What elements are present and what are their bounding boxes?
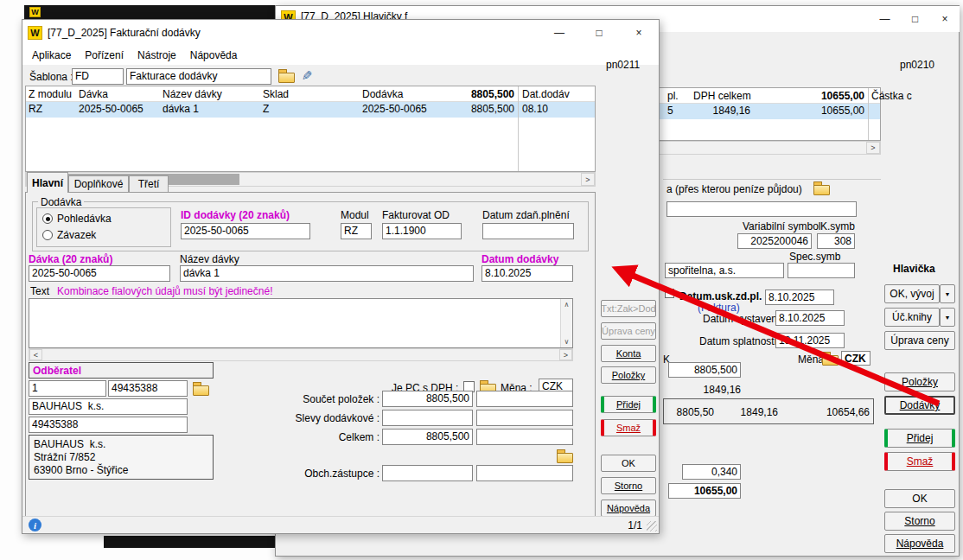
scroll-right-button[interactable]: > — [581, 173, 595, 186]
radio-zavazek[interactable]: Závazek — [42, 229, 96, 241]
txt-zak-dod-button[interactable]: Txt:Zak>Dod — [601, 300, 656, 317]
spec-symb-field[interactable] — [788, 263, 855, 278]
polozky-button[interactable]: Položky — [601, 366, 656, 384]
napoveda-button[interactable]: Nápověda — [601, 500, 656, 517]
selected-row[interactable]: RZ 2025-50-0065 dávka 1 Z 2025-50-0065 8… — [26, 102, 595, 118]
fakturovat-od-label: Fakturovat OD — [382, 210, 450, 221]
datum-usk-field[interactable]: 8.10.2025 — [765, 290, 834, 305]
id-dodavky-field[interactable]: 2025-50-0065 — [181, 223, 310, 239]
bank-account-field[interactable] — [666, 201, 857, 217]
mena-label: Měna — [798, 354, 824, 366]
pridej-button[interactable]: Přidej — [884, 429, 955, 448]
celkem-field-2[interactable] — [476, 429, 573, 445]
storno-button[interactable]: Storno — [601, 477, 656, 494]
ok-vyvoj-button[interactable]: OK, vývoj — [884, 284, 940, 303]
slevy-field[interactable] — [382, 410, 473, 426]
var-symbol-field[interactable]: 2025200046 — [737, 233, 812, 249]
checkbox[interactable] — [665, 289, 674, 298]
odberatel-name-field[interactable]: BAUHAUS k.s. — [29, 398, 188, 415]
zaklad-field[interactable]: 8805,500 — [668, 362, 741, 378]
ok-button[interactable]: OK — [884, 489, 955, 508]
fakturovat-od-field[interactable]: 1.1.1900 — [382, 223, 462, 239]
uc-knihy-button[interactable]: Úč.knihy — [884, 308, 940, 327]
k-symb-field[interactable]: 308 — [817, 233, 855, 249]
close-button[interactable]: × — [930, 6, 960, 32]
pridej-button[interactable]: Přidej — [601, 396, 656, 413]
celkem-field[interactable]: 10655,00 — [668, 483, 741, 499]
smaz-button[interactable]: Smaž — [884, 452, 955, 471]
uc-knihy-dropdown[interactable]: ▼ — [940, 308, 955, 327]
menu-porizeni[interactable]: Pořízení — [78, 49, 131, 61]
uprava-ceny-button[interactable]: Úprava ceny — [884, 331, 955, 350]
tab-treti[interactable]: Třetí — [129, 175, 169, 193]
dodavky-grid[interactable]: Z modulu Dávka Název dávky Sklad Dodávka… — [25, 86, 596, 172]
datum-vystaveni-field[interactable]: 8.10.2025 — [775, 310, 845, 326]
odberatel-ico-field[interactable]: 49435388 — [108, 380, 188, 397]
konta-button[interactable]: Konta — [601, 345, 656, 362]
folder-icon[interactable] — [278, 69, 294, 81]
maximize-button[interactable]: □ — [579, 20, 619, 46]
slevy-label: Slevy dodávkové : — [286, 413, 379, 424]
folder-icon[interactable] — [193, 382, 208, 394]
sablona-code-field[interactable]: FD — [72, 68, 124, 85]
tab-hlavni[interactable]: Hlavní — [27, 172, 68, 193]
napoveda-button[interactable]: Nápověda — [884, 534, 955, 553]
smaz-button[interactable]: Smaž — [601, 419, 656, 436]
resize-grip[interactable] — [647, 521, 657, 531]
grid-header-cell: Dávka — [79, 89, 108, 100]
bank-name-field[interactable]: spořitelna, a.s. — [665, 263, 784, 278]
modul-field[interactable]: RZ — [341, 223, 372, 239]
scroll-down-icon[interactable]: ∨ — [564, 338, 570, 346]
minimize-button[interactable]: — — [539, 20, 579, 46]
tab-doplnkove[interactable]: Doplňkové — [68, 175, 129, 193]
radio-pohledavka[interactable]: Pohledávka — [42, 213, 112, 225]
odberatel-code-field[interactable]: 1 — [29, 380, 106, 397]
menu-aplikace[interactable]: Aplikace — [25, 49, 78, 61]
nazev-davky-field[interactable]: dávka 1 — [180, 265, 474, 282]
cell: 10655,00 — [795, 105, 864, 117]
bank-account-caption: a (přes kterou peníze půjdou) — [666, 184, 802, 195]
odberatel-ico2-field[interactable]: 49435388 — [29, 417, 188, 433]
menu-nastroje[interactable]: Nástroje — [131, 49, 183, 61]
menu-napoveda[interactable]: Nápověda — [183, 49, 245, 61]
obch-zastupce-field-2[interactable] — [476, 465, 573, 481]
mena-field[interactable]: CZK — [841, 351, 871, 366]
scroll-up-icon[interactable]: ∧ — [564, 301, 570, 309]
folder-icon[interactable] — [813, 181, 829, 194]
datum-zdan-field[interactable] — [482, 223, 574, 239]
obch-zastupce-field[interactable] — [382, 465, 473, 481]
dodavky-button[interactable]: Dodávky — [884, 396, 955, 415]
scroll-left-button[interactable]: < — [29, 349, 42, 360]
celkem-field[interactable]: 8805,500 — [382, 429, 473, 445]
radio-icon — [42, 230, 53, 240]
datum-dodavky-field[interactable]: 8.10.2025 — [482, 265, 573, 282]
pencil-icon[interactable]: ✎ — [302, 69, 313, 82]
sablona-name-field[interactable]: Fakturace dodávky — [126, 68, 271, 85]
maximize-button[interactable]: □ — [900, 6, 930, 32]
davka-field[interactable]: 2025-50-0065 — [29, 265, 170, 282]
soucet-field-2[interactable] — [476, 391, 573, 407]
textarea-vscrollbar[interactable]: ∧ ∨ — [560, 299, 572, 347]
ok-vyvoj-dropdown[interactable]: ▼ — [940, 284, 955, 303]
kurz-field[interactable]: 0,340 — [682, 464, 741, 480]
modul-label: Modul — [341, 210, 369, 221]
minimize-button[interactable]: — — [870, 6, 900, 32]
uprava-ceny-button[interactable]: Úprava ceny — [601, 322, 656, 340]
folder-icon[interactable] — [557, 449, 572, 461]
type-radio-group: Pohledávka Závazek — [36, 207, 171, 247]
close-button[interactable]: × — [619, 20, 659, 46]
datum-splatnosti-field[interactable]: 18.11.2025 — [775, 333, 845, 348]
cell: 1849,16 — [681, 105, 750, 117]
storno-button[interactable]: Storno — [884, 512, 955, 531]
divider — [663, 179, 881, 180]
polozky-button[interactable]: Položky — [884, 372, 955, 391]
slevy-field-2[interactable] — [476, 410, 573, 426]
scroll-right-button[interactable]: > — [559, 349, 572, 360]
scroll-right-button[interactable]: > — [866, 142, 880, 154]
chevron-down-icon: ▼ — [945, 291, 951, 297]
text-area[interactable]: ∧ ∨ — [29, 298, 573, 348]
ok-button[interactable]: OK — [601, 455, 656, 472]
textarea-hscrollbar[interactable]: < > — [29, 348, 573, 361]
soucet-field[interactable]: 8805,500 — [382, 391, 473, 407]
folder-icon[interactable] — [822, 352, 838, 364]
